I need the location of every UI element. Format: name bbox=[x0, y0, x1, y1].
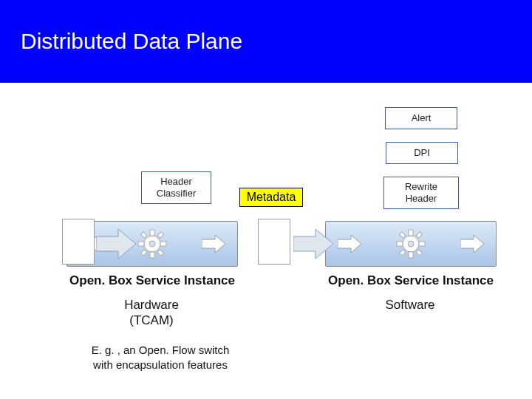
example-caption: E. g. , an Open. Flow switch with encaps… bbox=[72, 343, 249, 372]
svg-rect-3 bbox=[150, 252, 154, 258]
hardware-l2: (TCAM) bbox=[96, 313, 207, 328]
page-title: Distributed Data Plane bbox=[21, 29, 242, 54]
title-bar: Distributed Data Plane bbox=[0, 0, 532, 83]
flow-arrow-icon bbox=[293, 229, 333, 259]
svg-rect-14 bbox=[409, 230, 413, 236]
inner-arrow-icon bbox=[338, 235, 361, 253]
svg-rect-5 bbox=[160, 242, 166, 246]
block-alert: Alert bbox=[385, 107, 457, 129]
diagram-canvas: Alert DPI Rewrite Header Header Classifi… bbox=[0, 83, 532, 399]
svg-rect-2 bbox=[150, 230, 154, 236]
svg-point-10 bbox=[149, 241, 155, 247]
block-alert-label: Alert bbox=[412, 112, 432, 124]
svg-rect-8 bbox=[140, 250, 146, 256]
block-hc-l1: Header bbox=[160, 176, 192, 188]
service-instance-left-label: Open. Box Service Instance bbox=[66, 273, 238, 288]
svg-rect-17 bbox=[419, 242, 425, 246]
example-l2: with encapsulation features bbox=[72, 358, 249, 372]
svg-rect-6 bbox=[140, 232, 146, 238]
svg-marker-23 bbox=[460, 235, 484, 253]
svg-rect-15 bbox=[409, 252, 413, 258]
svg-rect-19 bbox=[416, 232, 422, 238]
block-rewrite-header: Rewrite Header bbox=[383, 177, 459, 209]
svg-rect-16 bbox=[397, 242, 403, 246]
block-metadata: Metadata bbox=[239, 188, 303, 207]
svg-rect-4 bbox=[138, 242, 144, 246]
block-rewrite-l2: Header bbox=[406, 193, 437, 205]
inner-arrow-icon bbox=[460, 235, 484, 253]
svg-marker-25 bbox=[293, 229, 333, 259]
svg-marker-11 bbox=[202, 235, 225, 253]
service-instance-right bbox=[325, 221, 497, 267]
example-l1: E. g. , an Open. Flow switch bbox=[72, 343, 249, 358]
inner-arrow-icon bbox=[202, 235, 225, 253]
gear-icon bbox=[137, 229, 167, 259]
svg-rect-21 bbox=[416, 250, 422, 256]
hardware-label: Hardware (TCAM) bbox=[96, 297, 207, 329]
block-header-classifier: Header Classifier bbox=[141, 171, 211, 204]
flow-arrow-icon bbox=[96, 229, 136, 259]
block-hc-l2: Classifier bbox=[157, 188, 196, 200]
service-instance-right-label: Open. Box Service Instance bbox=[325, 273, 497, 288]
software-label: Software bbox=[369, 297, 451, 313]
svg-point-22 bbox=[408, 241, 414, 247]
svg-marker-12 bbox=[338, 235, 361, 253]
block-dpi: DPI bbox=[386, 142, 458, 164]
svg-rect-7 bbox=[157, 232, 163, 238]
hardware-l1: Hardware bbox=[96, 297, 207, 313]
block-metadata-label: Metadata bbox=[247, 191, 296, 204]
block-dpi-label: DPI bbox=[414, 147, 430, 159]
svg-rect-20 bbox=[399, 250, 405, 256]
svg-marker-24 bbox=[96, 229, 136, 259]
svg-rect-18 bbox=[399, 232, 405, 238]
block-rewrite-l1: Rewrite bbox=[405, 181, 437, 193]
svg-rect-9 bbox=[157, 250, 163, 256]
gear-icon bbox=[396, 229, 426, 259]
